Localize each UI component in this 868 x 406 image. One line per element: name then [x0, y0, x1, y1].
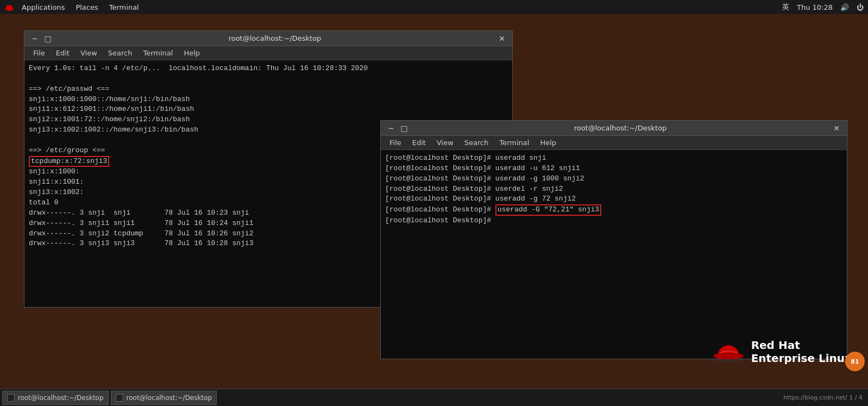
terminal2-menu-terminal[interactable]: Terminal — [495, 136, 533, 149]
topbar-power[interactable]: ⏻ — [857, 3, 864, 11]
terminal2-maximize[interactable]: □ — [399, 123, 409, 133]
taskbar-item-1[interactable]: root@localhost:~/Desktop — [2, 391, 109, 405]
terminal1-menu-search[interactable]: Search — [104, 47, 137, 60]
terminal2-menu-help[interactable]: Help — [536, 136, 561, 149]
topbar-lang: 英 — [782, 2, 789, 12]
terminal2-body[interactable]: [root@localhost Desktop]# useradd snji [… — [381, 150, 847, 359]
topbar-right: 英 Thu 10:28 🔊 ⏻ — [782, 2, 864, 12]
redhat-text-block: Red Hat Enterprise Linux — [751, 339, 852, 365]
avatar-circle: 81 — [845, 352, 865, 371]
terminal1-maximize[interactable]: □ — [43, 34, 53, 43]
terminal1-menu-edit[interactable]: Edit — [52, 47, 74, 60]
terminal1-minimize[interactable]: ─ — [30, 34, 40, 43]
redhat-icon — [4, 2, 14, 12]
terminal2-menu-edit[interactable]: Edit — [408, 136, 430, 149]
terminal1-menu-help[interactable]: Help — [179, 47, 204, 60]
taskbar-terminal-icon-1 — [7, 394, 15, 402]
terminal1-titlebar: ─ □ root@localhost:~/Desktop ✕ — [24, 31, 512, 46]
terminal1-menubar: File Edit View Search Terminal Help — [24, 46, 512, 60]
redhat-logo: Red Hat Enterprise Linux — [712, 339, 852, 365]
redhat-text-line2: Enterprise Linux — [751, 352, 852, 365]
topbar: Applications Places Terminal 英 Thu 10:28… — [0, 0, 868, 14]
taskbar-terminal-icon-2 — [116, 394, 123, 402]
terminal2-menu-file[interactable]: File — [385, 136, 406, 149]
svg-point-4 — [713, 353, 744, 359]
taskbar-right-info: https://blog.csdn.net/ 1 / 4 — [783, 394, 866, 401]
desktop: ─ □ root@localhost:~/Desktop ✕ File Edit… — [0, 14, 868, 392]
terminal1-menu-terminal[interactable]: Terminal — [139, 47, 177, 60]
topbar-volume: 🔊 — [840, 3, 849, 11]
terminal1-menu-view[interactable]: View — [76, 47, 102, 60]
redhat-hat-icon — [712, 341, 745, 363]
terminal2-title: root@localhost:~/Desktop — [412, 124, 828, 132]
topbar-left: Applications Places Terminal — [4, 0, 144, 14]
highlight-useradd-G: useradd -G "72,21" snji3 — [495, 204, 601, 216]
terminal2-content: [root@localhost Desktop]# useradd snji [… — [385, 153, 842, 226]
redhat-logo-graphic: Red Hat Enterprise Linux — [712, 339, 852, 365]
terminal2-titlebar: ─ □ root@localhost:~/Desktop ✕ — [381, 121, 847, 136]
terminal2-close[interactable]: ✕ — [832, 123, 841, 133]
terminal2-menubar: File Edit View Search Terminal Help — [381, 136, 847, 150]
redhat-text-line1: Red Hat — [751, 339, 800, 352]
terminal2-menu-view[interactable]: View — [432, 136, 458, 149]
terminal2-menu-search[interactable]: Search — [460, 136, 493, 149]
topbar-clock: Thu 10:28 — [797, 3, 833, 11]
terminal2-minimize[interactable]: ─ — [386, 123, 396, 133]
topbar-applications[interactable]: Applications — [16, 0, 70, 14]
topbar-places[interactable]: Places — [70, 0, 103, 14]
topbar-terminal[interactable]: Terminal — [104, 0, 144, 14]
taskbar-item-2[interactable]: root@localhost:~/Desktop — [111, 391, 217, 405]
terminal1-close[interactable]: ✕ — [497, 34, 507, 43]
terminal-window-2: ─ □ root@localhost:~/Desktop ✕ File Edit… — [380, 120, 847, 359]
terminal1-title: root@localhost:~/Desktop — [56, 34, 494, 42]
taskbar: root@localhost:~/Desktop root@localhost:… — [0, 389, 868, 406]
terminal1-menu-file[interactable]: File — [29, 47, 49, 60]
highlight-tcpdump: tcpdump:x:72:snji3 — [29, 156, 109, 167]
taskbar-label-2: root@localhost:~/Desktop — [127, 394, 212, 402]
taskbar-label-1: root@localhost:~/Desktop — [18, 394, 104, 402]
